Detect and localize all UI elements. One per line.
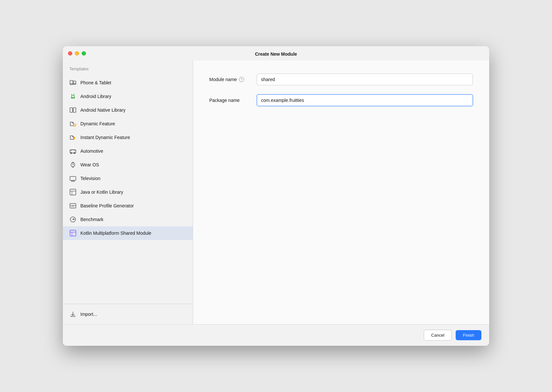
import-icon	[69, 311, 76, 318]
sidebar-header: Templates	[63, 64, 193, 76]
instant-dynamic-feature-icon	[69, 134, 76, 141]
sidebar-item-label: Baseline Profile Generator	[80, 203, 134, 208]
kotlin-multiplatform-icon	[69, 230, 76, 237]
module-name-input[interactable]	[257, 74, 473, 85]
module-name-label: Module name ?	[209, 77, 252, 82]
baseline-profile-icon	[69, 202, 76, 209]
sidebar-item-baseline-profile[interactable]: Baseline Profile Generator	[63, 199, 193, 213]
automotive-icon	[69, 147, 76, 155]
svg-line-34	[73, 206, 74, 207]
package-name-row: Package name	[209, 94, 473, 106]
sidebar-item-android-native-library[interactable]: Android Native Library	[63, 103, 193, 117]
sidebar-item-label: Kotlin Multiplatform Shared Module	[80, 231, 151, 236]
sidebar-item-dynamic-feature[interactable]: Dynamic Feature	[63, 117, 193, 131]
create-module-dialog: Create New Module Templates Phone & Tabl…	[63, 46, 489, 346]
wear-os-icon	[69, 161, 76, 168]
sidebar-divider	[63, 304, 193, 304]
phone-tablet-icon	[69, 79, 76, 86]
sidebar: Templates Phone & Tablet	[63, 61, 193, 324]
sidebar-item-automotive[interactable]: Automotive	[63, 144, 193, 158]
sidebar-item-phone-tablet[interactable]: Phone & Tablet	[63, 76, 193, 90]
sidebar-item-java-kotlin[interactable]: Java or Kotlin Library	[63, 185, 193, 199]
sidebar-item-label: Dynamic Feature	[80, 121, 115, 126]
sidebar-item-benchmark[interactable]: Benchmark	[63, 213, 193, 226]
svg-rect-24	[70, 176, 76, 180]
sidebar-item-import[interactable]: Import...	[63, 307, 193, 321]
svg-rect-10	[73, 108, 76, 112]
television-icon	[69, 175, 76, 182]
sidebar-item-kotlin-multiplatform[interactable]: Kotlin Multiplatform Shared Module	[63, 226, 193, 240]
sidebar-item-android-library[interactable]: Android Library	[63, 90, 193, 103]
svg-rect-31	[70, 203, 76, 208]
dynamic-feature-icon	[69, 120, 76, 127]
module-name-help-icon[interactable]: ?	[239, 77, 244, 82]
maximize-button[interactable]	[82, 51, 86, 56]
sidebar-item-label: Television	[80, 176, 100, 181]
svg-point-38	[73, 219, 73, 220]
sidebar-import-label: Import...	[80, 312, 97, 317]
traffic-lights	[68, 51, 86, 56]
dialog-footer: Cancel Finish	[63, 324, 489, 346]
svg-line-33	[71, 206, 73, 207]
sidebar-item-label: Android Native Library	[80, 107, 126, 113]
minimize-button[interactable]	[75, 51, 79, 56]
sidebar-item-instant-dynamic-feature[interactable]: Instant Dynamic Feature	[63, 131, 193, 144]
sidebar-item-label: Instant Dynamic Feature	[80, 135, 130, 140]
close-button[interactable]	[68, 51, 72, 56]
sidebar-item-label: Java or Kotlin Library	[80, 189, 123, 195]
dialog-title: Create New Module	[255, 51, 297, 57]
sidebar-item-label: Wear OS	[80, 162, 99, 167]
svg-rect-28	[70, 189, 76, 195]
cancel-button[interactable]: Cancel	[424, 330, 452, 341]
sidebar-item-television[interactable]: Television	[63, 172, 193, 185]
module-name-row: Module name ?	[209, 74, 473, 85]
sidebar-item-label: Benchmark	[80, 217, 104, 222]
sidebar-spacer	[63, 240, 193, 301]
svg-rect-9	[70, 108, 73, 112]
sidebar-item-wear-os[interactable]: Wear OS	[63, 158, 193, 172]
sidebar-item-label: Automotive	[80, 148, 103, 154]
java-kotlin-library-icon	[69, 189, 76, 196]
sidebar-item-label: Android Library	[80, 94, 111, 99]
android-native-library-icon	[69, 106, 76, 114]
svg-marker-15	[74, 137, 76, 140]
finish-button[interactable]: Finish	[456, 330, 481, 340]
dialog-body: Templates Phone & Tablet	[63, 61, 489, 324]
svg-point-6	[72, 94, 72, 95]
benchmark-icon	[69, 216, 76, 223]
title-bar: Create New Module	[63, 46, 489, 61]
content-panel: Module name ? Package name	[193, 61, 489, 324]
sidebar-item-label: Phone & Tablet	[80, 80, 111, 85]
svg-point-14	[75, 126, 75, 126]
android-library-icon	[69, 93, 76, 100]
package-name-label: Package name	[209, 98, 252, 103]
svg-rect-0	[70, 80, 73, 85]
package-name-input[interactable]	[257, 94, 473, 106]
svg-rect-39	[70, 230, 76, 236]
svg-point-7	[74, 94, 74, 95]
